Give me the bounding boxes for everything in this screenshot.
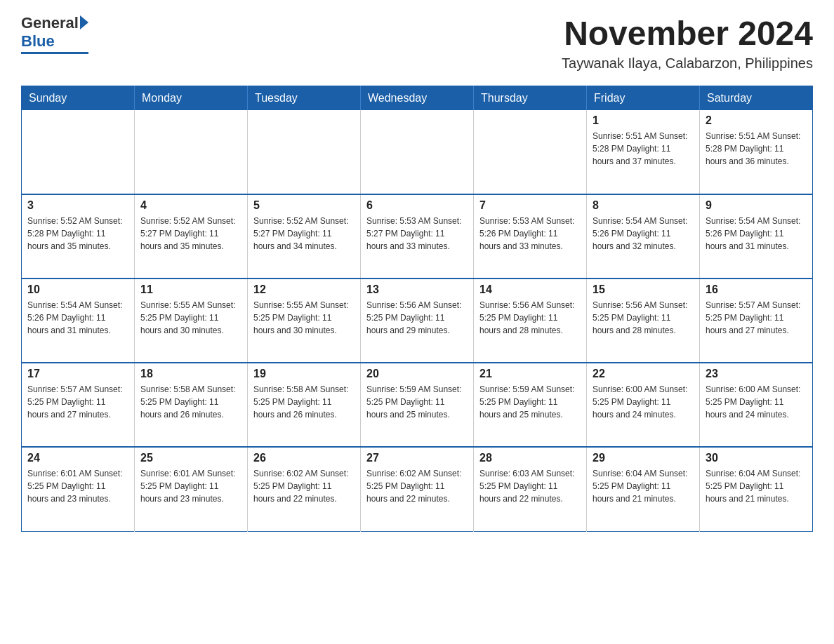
day-info: Sunrise: 5:54 AM Sunset: 5:26 PM Dayligh… — [593, 215, 694, 253]
calendar-cell: 5Sunrise: 5:52 AM Sunset: 5:27 PM Daylig… — [248, 194, 361, 279]
day-number: 24 — [27, 452, 128, 464]
day-info: Sunrise: 5:57 AM Sunset: 5:25 PM Dayligh… — [27, 383, 128, 421]
day-info: Sunrise: 6:01 AM Sunset: 5:25 PM Dayligh… — [27, 467, 128, 505]
calendar-cell: 16Sunrise: 5:57 AM Sunset: 5:25 PM Dayli… — [700, 279, 813, 363]
day-info: Sunrise: 5:56 AM Sunset: 5:25 PM Dayligh… — [593, 299, 694, 337]
day-info: Sunrise: 5:51 AM Sunset: 5:28 PM Dayligh… — [593, 130, 694, 168]
col-friday: Friday — [587, 86, 700, 111]
calendar-cell: 27Sunrise: 6:02 AM Sunset: 5:25 PM Dayli… — [361, 447, 474, 531]
day-info: Sunrise: 6:01 AM Sunset: 5:25 PM Dayligh… — [140, 467, 241, 505]
day-info: Sunrise: 5:53 AM Sunset: 5:27 PM Dayligh… — [366, 215, 468, 253]
calendar-cell: 30Sunrise: 6:04 AM Sunset: 5:25 PM Dayli… — [700, 447, 813, 531]
day-number: 8 — [593, 199, 694, 212]
calendar-cell: 2Sunrise: 5:51 AM Sunset: 5:28 PM Daylig… — [700, 110, 813, 194]
calendar-cell — [22, 110, 135, 194]
calendar-cell: 28Sunrise: 6:03 AM Sunset: 5:25 PM Dayli… — [474, 447, 587, 531]
day-info: Sunrise: 6:03 AM Sunset: 5:25 PM Dayligh… — [479, 467, 581, 505]
day-number: 17 — [27, 368, 128, 380]
day-info: Sunrise: 5:59 AM Sunset: 5:25 PM Dayligh… — [366, 383, 468, 421]
calendar-cell: 1Sunrise: 5:51 AM Sunset: 5:28 PM Daylig… — [587, 110, 700, 194]
day-info: Sunrise: 5:56 AM Sunset: 5:25 PM Dayligh… — [366, 299, 468, 337]
logo-general-text: General — [21, 14, 79, 32]
logo-underline — [21, 52, 88, 54]
day-number: 26 — [253, 452, 355, 464]
logo-triangle-icon — [80, 15, 88, 29]
calendar-cell: 18Sunrise: 5:58 AM Sunset: 5:25 PM Dayli… — [135, 363, 248, 447]
day-info: Sunrise: 5:58 AM Sunset: 5:25 PM Dayligh… — [253, 383, 355, 421]
day-info: Sunrise: 6:02 AM Sunset: 5:25 PM Dayligh… — [366, 467, 468, 505]
calendar-cell: 19Sunrise: 5:58 AM Sunset: 5:25 PM Dayli… — [248, 363, 361, 447]
day-info: Sunrise: 5:58 AM Sunset: 5:25 PM Dayligh… — [140, 383, 241, 421]
day-number: 7 — [479, 199, 581, 212]
day-info: Sunrise: 5:51 AM Sunset: 5:28 PM Dayligh… — [706, 130, 807, 168]
day-info: Sunrise: 6:02 AM Sunset: 5:25 PM Dayligh… — [253, 467, 355, 505]
col-monday: Monday — [135, 86, 248, 111]
calendar-cell: 12Sunrise: 5:55 AM Sunset: 5:25 PM Dayli… — [248, 279, 361, 363]
day-number: 5 — [253, 199, 355, 212]
calendar-cell: 21Sunrise: 5:59 AM Sunset: 5:25 PM Dayli… — [474, 363, 587, 447]
day-number: 11 — [140, 283, 241, 296]
calendar-cell — [361, 110, 474, 194]
day-number: 23 — [706, 368, 807, 380]
main-title: November 2024 — [562, 14, 813, 53]
calendar-cell: 20Sunrise: 5:59 AM Sunset: 5:25 PM Dayli… — [361, 363, 474, 447]
day-number: 16 — [706, 283, 807, 296]
calendar-cell — [135, 110, 248, 194]
day-info: Sunrise: 5:57 AM Sunset: 5:25 PM Dayligh… — [706, 299, 807, 337]
calendar-cell — [248, 110, 361, 194]
day-number: 22 — [593, 368, 694, 380]
day-info: Sunrise: 6:00 AM Sunset: 5:25 PM Dayligh… — [706, 383, 807, 421]
day-number: 3 — [27, 199, 128, 212]
day-number: 19 — [253, 368, 355, 380]
day-info: Sunrise: 5:55 AM Sunset: 5:25 PM Dayligh… — [253, 299, 355, 337]
calendar-cell: 11Sunrise: 5:55 AM Sunset: 5:25 PM Dayli… — [135, 279, 248, 363]
day-info: Sunrise: 5:59 AM Sunset: 5:25 PM Dayligh… — [479, 383, 581, 421]
day-info: Sunrise: 5:52 AM Sunset: 5:28 PM Dayligh… — [27, 215, 128, 253]
day-info: Sunrise: 5:54 AM Sunset: 5:26 PM Dayligh… — [27, 299, 128, 337]
day-number: 28 — [479, 452, 581, 464]
day-info: Sunrise: 6:00 AM Sunset: 5:25 PM Dayligh… — [593, 383, 694, 421]
calendar-table: Sunday Monday Tuesday Wednesday Thursday… — [21, 86, 813, 532]
logo: General Blue — [21, 14, 88, 54]
col-wednesday: Wednesday — [361, 86, 474, 111]
subtitle: Taywanak Ilaya, Calabarzon, Philippines — [562, 55, 813, 72]
day-info: Sunrise: 5:52 AM Sunset: 5:27 PM Dayligh… — [140, 215, 241, 253]
calendar-week-row: 24Sunrise: 6:01 AM Sunset: 5:25 PM Dayli… — [22, 447, 813, 531]
page-header: General Blue November 2024 Taywanak Ilay… — [21, 14, 813, 72]
day-number: 15 — [593, 283, 694, 296]
calendar-cell: 10Sunrise: 5:54 AM Sunset: 5:26 PM Dayli… — [22, 279, 135, 363]
day-info: Sunrise: 6:04 AM Sunset: 5:25 PM Dayligh… — [706, 467, 807, 505]
col-saturday: Saturday — [700, 86, 813, 111]
calendar-cell: 24Sunrise: 6:01 AM Sunset: 5:25 PM Dayli… — [22, 447, 135, 531]
calendar-cell: 7Sunrise: 5:53 AM Sunset: 5:26 PM Daylig… — [474, 194, 587, 279]
calendar-cell: 8Sunrise: 5:54 AM Sunset: 5:26 PM Daylig… — [587, 194, 700, 279]
day-number: 18 — [140, 368, 241, 380]
calendar-cell: 25Sunrise: 6:01 AM Sunset: 5:25 PM Dayli… — [135, 447, 248, 531]
day-info: Sunrise: 5:53 AM Sunset: 5:26 PM Dayligh… — [479, 215, 581, 253]
col-tuesday: Tuesday — [248, 86, 361, 111]
calendar-cell: 3Sunrise: 5:52 AM Sunset: 5:28 PM Daylig… — [22, 194, 135, 279]
day-info: Sunrise: 5:54 AM Sunset: 5:26 PM Dayligh… — [706, 215, 807, 253]
day-number: 10 — [27, 283, 128, 296]
calendar-cell: 17Sunrise: 5:57 AM Sunset: 5:25 PM Dayli… — [22, 363, 135, 447]
calendar-cell: 22Sunrise: 6:00 AM Sunset: 5:25 PM Dayli… — [587, 363, 700, 447]
calendar-cell: 15Sunrise: 5:56 AM Sunset: 5:25 PM Dayli… — [587, 279, 700, 363]
calendar-cell: 29Sunrise: 6:04 AM Sunset: 5:25 PM Dayli… — [587, 447, 700, 531]
day-number: 1 — [593, 114, 694, 127]
day-number: 6 — [366, 199, 468, 212]
calendar-week-row: 1Sunrise: 5:51 AM Sunset: 5:28 PM Daylig… — [22, 110, 813, 194]
day-number: 12 — [253, 283, 355, 296]
logo-blue-text: Blue — [21, 32, 55, 51]
day-info: Sunrise: 6:04 AM Sunset: 5:25 PM Dayligh… — [593, 467, 694, 505]
calendar-cell: 14Sunrise: 5:56 AM Sunset: 5:25 PM Dayli… — [474, 279, 587, 363]
day-number: 14 — [479, 283, 581, 296]
day-number: 13 — [366, 283, 468, 296]
day-info: Sunrise: 5:55 AM Sunset: 5:25 PM Dayligh… — [140, 299, 241, 337]
calendar-cell — [474, 110, 587, 194]
calendar-cell: 6Sunrise: 5:53 AM Sunset: 5:27 PM Daylig… — [361, 194, 474, 279]
calendar-cell: 26Sunrise: 6:02 AM Sunset: 5:25 PM Dayli… — [248, 447, 361, 531]
day-number: 30 — [706, 452, 807, 464]
calendar-header-row: Sunday Monday Tuesday Wednesday Thursday… — [22, 86, 813, 111]
calendar-cell: 9Sunrise: 5:54 AM Sunset: 5:26 PM Daylig… — [700, 194, 813, 279]
day-number: 9 — [706, 199, 807, 212]
